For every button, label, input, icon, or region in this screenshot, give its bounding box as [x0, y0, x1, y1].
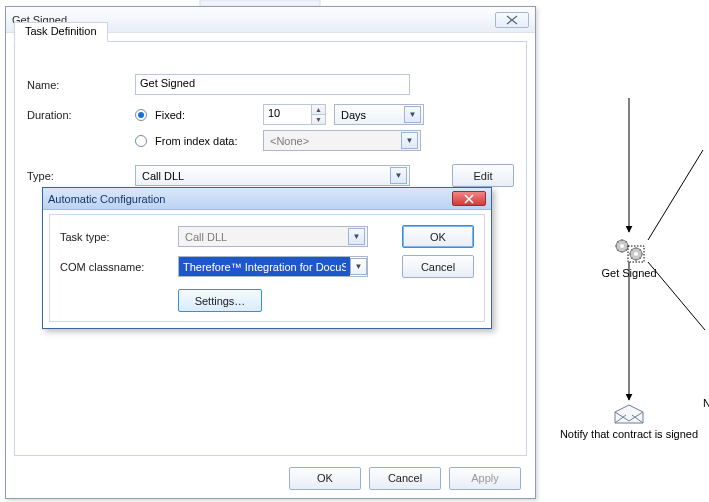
tab-label: Task Definition	[25, 25, 97, 37]
gear-icon	[615, 239, 629, 253]
name-input[interactable]: Get Signed	[135, 74, 410, 95]
chevron-down-icon: ▼	[390, 167, 407, 184]
fixed-unit-value: Days	[341, 109, 404, 121]
type-value: Call DLL	[142, 170, 390, 182]
edit-button[interactable]: Edit	[452, 164, 514, 187]
tasktype-value: Call DLL	[185, 231, 348, 243]
svg-point-17	[634, 252, 638, 256]
chevron-down-icon[interactable]: ▼	[350, 258, 367, 275]
classname-select[interactable]: ▼	[178, 256, 368, 277]
fromindex-select[interactable]: <None> ▼	[263, 130, 421, 151]
classname-label: COM classname:	[60, 261, 170, 273]
ok-button[interactable]: OK	[289, 467, 361, 490]
fixed-unit-select[interactable]: Days ▼	[334, 104, 424, 125]
classname-input[interactable]	[179, 257, 350, 276]
tasktype-label: Task type:	[60, 231, 170, 243]
cancel-button[interactable]: Cancel	[369, 467, 441, 490]
name-label: Name:	[27, 79, 127, 91]
apply-button[interactable]: Apply	[449, 467, 521, 490]
type-select[interactable]: Call DLL ▼	[135, 165, 410, 186]
spin-down-icon[interactable]: ▼	[311, 114, 326, 125]
svg-point-6	[620, 244, 624, 248]
settings-button[interactable]: Settings…	[178, 289, 262, 312]
fromindex-value: <None>	[270, 135, 401, 147]
duration-label: Duration:	[27, 109, 127, 121]
fixed-label[interactable]: Fixed:	[155, 109, 255, 121]
chevron-down-icon: ▼	[404, 106, 421, 123]
chevron-down-icon: ▼	[401, 132, 418, 149]
modal-title: Automatic Configuration	[48, 193, 165, 205]
svg-line-2	[648, 150, 703, 240]
tab-task-definition[interactable]: Task Definition	[14, 22, 108, 42]
fixed-value-input[interactable]: 10	[263, 104, 311, 125]
fixed-radio[interactable]	[135, 109, 147, 121]
automatic-configuration-dialog: Automatic Configuration Task type: Call …	[42, 187, 492, 329]
type-label: Type:	[27, 170, 127, 182]
modal-titlebar[interactable]: Automatic Configuration	[43, 188, 491, 210]
envelope-icon	[615, 405, 643, 423]
close-icon[interactable]	[495, 12, 529, 28]
tasktype-select: Call DLL ▼	[178, 226, 368, 247]
fromindex-radio[interactable]	[135, 135, 147, 147]
gear-icon	[628, 246, 644, 262]
chevron-down-icon: ▼	[348, 228, 365, 245]
spin-up-icon[interactable]: ▲	[311, 104, 326, 114]
diagram-node-label[interactable]: Get Signed	[549, 267, 709, 279]
close-icon[interactable]	[452, 191, 486, 206]
modal-ok-button[interactable]: OK	[402, 225, 474, 248]
diagram-node-label[interactable]: Notify that contract is signed	[549, 428, 709, 440]
fromindex-label[interactable]: From index data:	[155, 135, 255, 147]
svg-text:N: N	[703, 397, 709, 409]
modal-cancel-button[interactable]: Cancel	[402, 255, 474, 278]
